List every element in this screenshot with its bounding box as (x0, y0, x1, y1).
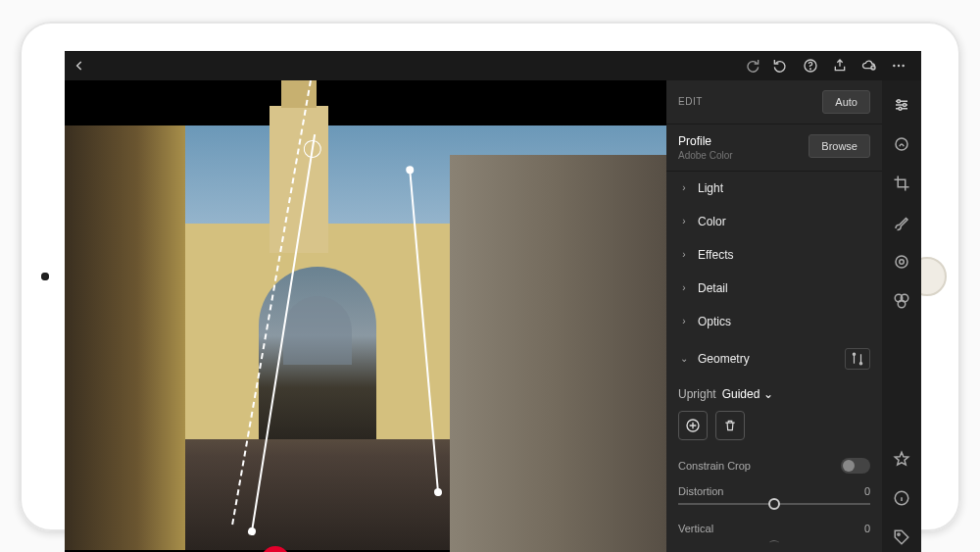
tablet-frame: EDIT Auto Profile Adobe Color Browse › L… (20, 22, 960, 531)
chevron-right-icon: › (678, 316, 690, 326)
constrain-crop-toggle[interactable] (841, 458, 870, 474)
chevron-down-icon: ⌄ (763, 387, 773, 401)
delete-guide-button[interactable] (715, 411, 745, 440)
chevron-right-icon: › (678, 216, 690, 226)
undo-icon[interactable] (766, 51, 796, 80)
group-optics[interactable]: › Optics (666, 305, 882, 338)
svg-point-20 (898, 532, 900, 534)
svg-point-14 (896, 256, 907, 268)
svg-point-12 (899, 107, 902, 110)
svg-point-7 (853, 353, 855, 355)
adjust-tool-icon[interactable] (889, 92, 914, 118)
svg-point-15 (900, 259, 905, 264)
svg-point-2 (871, 66, 875, 70)
group-detail[interactable]: › Detail (666, 272, 882, 305)
info-icon[interactable] (889, 485, 914, 511)
edit-panel: EDIT Auto Profile Adobe Color Browse › L… (666, 80, 882, 553)
image-canvas[interactable] (65, 80, 666, 553)
svg-point-18 (898, 300, 906, 308)
device-camera (41, 273, 49, 280)
svg-point-11 (904, 103, 906, 106)
group-color[interactable]: › Color (666, 205, 882, 238)
vertical-arc-icon: ⌒ (678, 538, 870, 553)
svg-point-5 (902, 64, 904, 66)
upright-label: Upright (678, 387, 716, 401)
right-toolstrip (882, 80, 921, 553)
presets-tool-icon[interactable] (889, 288, 914, 314)
back-button[interactable] (73, 59, 100, 73)
group-effects[interactable]: › Effects (666, 238, 882, 272)
chevron-right-icon: › (678, 249, 690, 260)
svg-point-10 (898, 99, 901, 102)
vertical-label: Vertical (678, 523, 713, 534)
more-icon[interactable] (884, 51, 913, 80)
distortion-value: 0 (864, 485, 870, 497)
distortion-slider[interactable] (678, 503, 870, 505)
svg-point-4 (898, 64, 900, 66)
chevron-right-icon: › (678, 182, 690, 193)
profile-value: Adobe Color (678, 150, 733, 161)
tag-icon[interactable] (889, 525, 914, 550)
help-icon[interactable] (796, 51, 825, 80)
panel-title: EDIT (678, 96, 703, 107)
svg-point-8 (859, 362, 861, 364)
share-icon[interactable] (825, 51, 855, 80)
profile-label: Profile (678, 134, 711, 148)
group-light[interactable]: › Light (666, 172, 882, 205)
gradient-tool-icon[interactable] (889, 249, 914, 275)
cloud-sync-icon[interactable] (855, 51, 884, 80)
chevron-down-icon: ⌄ (678, 353, 690, 364)
star-icon[interactable] (889, 446, 914, 472)
add-guide-button[interactable] (678, 411, 708, 440)
browse-profile-button[interactable]: Browse (808, 134, 870, 158)
svg-point-3 (893, 64, 895, 66)
group-geometry[interactable]: ⌄ Geometry (666, 338, 882, 379)
distortion-label: Distortion (678, 485, 723, 497)
healing-tool-icon[interactable] (889, 131, 914, 157)
photo (65, 125, 666, 550)
crop-tool-icon[interactable] (889, 171, 914, 196)
svg-point-1 (810, 68, 811, 69)
app-screen: EDIT Auto Profile Adobe Color Browse › L… (65, 51, 921, 502)
topbar (65, 51, 921, 80)
auto-button[interactable]: Auto (822, 90, 870, 114)
redo-icon[interactable] (737, 51, 766, 80)
geometry-body: Upright Guided ⌄ (666, 379, 882, 553)
vertical-value: 0 (864, 523, 870, 534)
guided-upright-tool-icon[interactable] (845, 348, 870, 370)
upright-mode-select[interactable]: Guided ⌄ (722, 387, 774, 401)
constrain-crop-label: Constrain Crop (678, 460, 751, 472)
brush-tool-icon[interactable] (889, 210, 914, 235)
chevron-right-icon: › (678, 282, 690, 293)
